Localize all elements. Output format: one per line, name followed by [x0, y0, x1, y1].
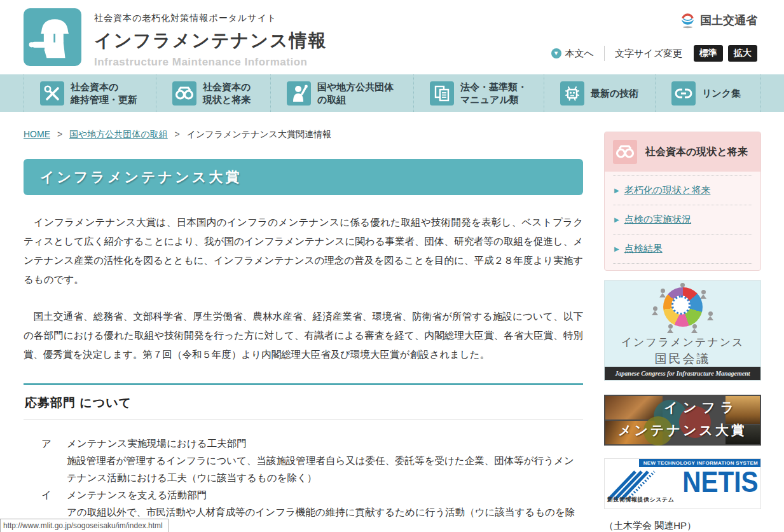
mlit-label: 国土交通省 [700, 13, 757, 28]
section-heading-categories: 応募部門 について [24, 383, 583, 420]
category-list: ア メンテナンス実施現場における工夫部門 施設管理者が管理するインフラについて、… [24, 435, 583, 532]
header-utility-bar: ▾ 本文へ 文字サイズ変更 標準 拡大 [551, 45, 757, 62]
binoculars-icon [172, 81, 196, 106]
list-item: ア メンテナンス実施現場における工夫部門 施設管理者が管理するインフラについて、… [24, 435, 583, 486]
main-content: インフラメンテナンス大賞 インフラメンテナンス大賞は、日本国内のインフラのメンテ… [24, 159, 583, 532]
site-tagline: 社会資本の老朽化対策情報ポータルサイト [94, 13, 327, 24]
award-title-line2: メンテナンス大賞 [604, 421, 761, 439]
nav-label: 法令・基準類・ マニュアル類 [460, 81, 527, 106]
documents-icon [430, 81, 454, 106]
divider [604, 46, 605, 61]
nav-label-line2: の取組 [317, 93, 394, 106]
nav-item-latest-technology[interactable]: 最新の技術 [544, 74, 655, 112]
sidebar-link-aging-status[interactable]: ▶ 老朽化の現状と将来 [613, 175, 752, 205]
nav-item-maintenance-renewal[interactable]: 社会資本の 維持管理・更新 [24, 74, 156, 112]
nav-label-line2: マニュアル類 [460, 93, 527, 106]
congress-figure [708, 311, 713, 316]
netis-logo-text: NETIS [682, 465, 758, 499]
font-size-label: 文字サイズ変更 [615, 48, 682, 60]
nav-item-links[interactable]: リンク集 [655, 74, 761, 112]
nav-label-line1: 法令・基準類・ [460, 81, 527, 93]
site-title: インフラメンテナンス情報 [94, 29, 327, 53]
congress-figure [668, 324, 673, 329]
sidebar-box-title: 社会資本の現状と将来 [645, 146, 748, 159]
sidebar-link-inspection-results[interactable]: ▶ 点検結果 [613, 235, 752, 264]
sidebar-link-label: 点検結果 [624, 243, 663, 255]
nav-label: 社会資本の 維持管理・更新 [71, 81, 137, 106]
intro-paragraph-1: インフラメンテナンス大賞は、日本国内のインフラのメンテナンスに係る優れた取組や技… [24, 213, 583, 289]
nav-label: 国や地方公共団体 の取組 [317, 81, 394, 106]
breadcrumb-current: インフラメンテナンス大賞関連情報 [187, 129, 331, 139]
main-nav: 社会資本の 維持管理・更新 社会資本の 現状と将来 国や地方公共団 [0, 74, 784, 112]
breadcrumb-level1-link[interactable]: 国や地方公共団体の取組 [69, 129, 168, 139]
tools-icon [40, 81, 64, 106]
nav-label: 最新の技術 [591, 87, 638, 100]
category-description: 施設管理者が管理するインフラについて、当該施設管理者自ら又は委任、委託等を受けた… [67, 452, 583, 486]
sidebar-box-current-future: 社会資本の現状と将来 ▶ 老朽化の現状と将来 ▶ 点検の実施状況 ▶ 点検結果 [604, 132, 761, 271]
triangle-right-icon: ▶ [614, 245, 619, 252]
banner-netis[interactable]: NEW TECHNOLOGY INFORMATION SYSTEM NETIS … [604, 458, 761, 509]
sidebar: 社会資本の現状と将来 ▶ 老朽化の現状と将来 ▶ 点検の実施状況 ▶ 点検結果 … [604, 132, 761, 532]
breadcrumb-home-link[interactable]: HOME [24, 129, 50, 139]
triangle-right-icon: ▶ [614, 187, 619, 194]
nav-label-line2: 維持管理・更新 [71, 93, 137, 106]
person-action-icon [287, 81, 311, 106]
category-marker: イ [41, 486, 52, 503]
nav-label: リンク集 [702, 87, 741, 100]
skip-to-content-label: 本文へ [565, 48, 594, 60]
congress-caption: Japanese Congress for Infrastructure Man… [605, 367, 760, 380]
congress-figure [701, 290, 706, 294]
nav-label-line1: 最新の技術 [591, 87, 638, 100]
site-title-block: 社会資本の老朽化対策情報ポータルサイト インフラメンテナンス情報 Infrast… [94, 13, 327, 69]
robot-icon [560, 81, 584, 106]
nav-item-laws-manuals[interactable]: 法令・基準類・ マニュアル類 [413, 74, 544, 112]
congress-title-line1: インフラメンテナンス [605, 335, 760, 350]
congress-figure [680, 283, 685, 287]
site-header: 社会資本の老朽化対策情報ポータルサイト インフラメンテナンス情報 Infrast… [0, 0, 784, 74]
nav-label-line2: 現状と将来 [203, 93, 251, 106]
congress-title-line2: 国民会議 [605, 351, 760, 367]
breadcrumb-separator: > [57, 129, 62, 139]
nav-label-line1: 社会資本の [203, 81, 251, 93]
intro-paragraph-2: 国土交通省、総務省、文部科学省、厚生労働省、農林水産省、経済産業省、環境省、防衛… [24, 307, 583, 364]
site-subtitle: Infrastructure Maintenance Information [94, 56, 327, 69]
sidebar-link-label: 点検の実施状況 [624, 214, 691, 226]
congress-figure [692, 324, 697, 329]
nav-label-line1: 国や地方公共団体 [317, 81, 394, 93]
banner-award[interactable]: インフラ メンテナンス大賞 [604, 395, 761, 446]
banner-congress[interactable]: インフラメンテナンス 国民会議 Japanese Congress for In… [604, 280, 761, 381]
chevron-down-icon: ▾ [551, 48, 561, 58]
skip-to-content-link[interactable]: ▾ 本文へ [551, 48, 594, 60]
triangle-right-icon: ▶ [614, 216, 619, 223]
category-title: メンテナンスを支える活動部門 [67, 489, 207, 500]
worker-icon [24, 8, 81, 66]
congress-logo [663, 287, 703, 327]
mlit-icon [679, 11, 696, 29]
nav-label-line1: リンク集 [702, 87, 741, 100]
sidebar-link-inspection-status[interactable]: ▶ 点検の実施状況 [613, 205, 752, 235]
site-logo[interactable] [24, 8, 81, 66]
nav-label-line1: 社会資本の [71, 81, 137, 93]
category-marker: ア [41, 435, 52, 452]
link-icon [671, 81, 696, 106]
nav-label: 社会資本の 現状と将来 [203, 81, 251, 106]
binoculars-icon [613, 140, 637, 164]
sidebar-links: ▶ 老朽化の現状と将来 ▶ 点検の実施状況 ▶ 点検結果 [605, 172, 760, 270]
category-title: メンテナンス実施現場における工夫部門 [67, 438, 247, 449]
award-title-line1: インフラ [604, 399, 761, 416]
breadcrumb-separator: > [175, 129, 180, 139]
sidebar-box-header: 社会資本の現状と将来 [605, 132, 760, 172]
status-url-tooltip: http://www.mlit.go.jp/sogoseisaku/im/ind… [0, 519, 168, 532]
nav-item-government-efforts[interactable]: 国や地方公共団体 の取組 [270, 74, 413, 112]
related-hp-note: （土木学会 関連HP） [604, 520, 761, 532]
congress-figure [653, 306, 657, 311]
mlit-logo-link[interactable]: 国土交通省 [679, 11, 757, 29]
nav-item-current-future[interactable]: 社会資本の 現状と将来 [156, 74, 270, 112]
congress-figure [661, 289, 665, 293]
page-title: インフラメンテナンス大賞 [24, 159, 583, 195]
font-size-large-button[interactable]: 拡大 [728, 45, 757, 62]
font-size-standard-button[interactable]: 標準 [694, 45, 723, 62]
award-title: インフラ メンテナンス大賞 [604, 399, 761, 439]
netis-subtitle: 新技術情報提供システム [607, 496, 674, 504]
sidebar-link-label: 老朽化の現状と将来 [624, 184, 711, 196]
